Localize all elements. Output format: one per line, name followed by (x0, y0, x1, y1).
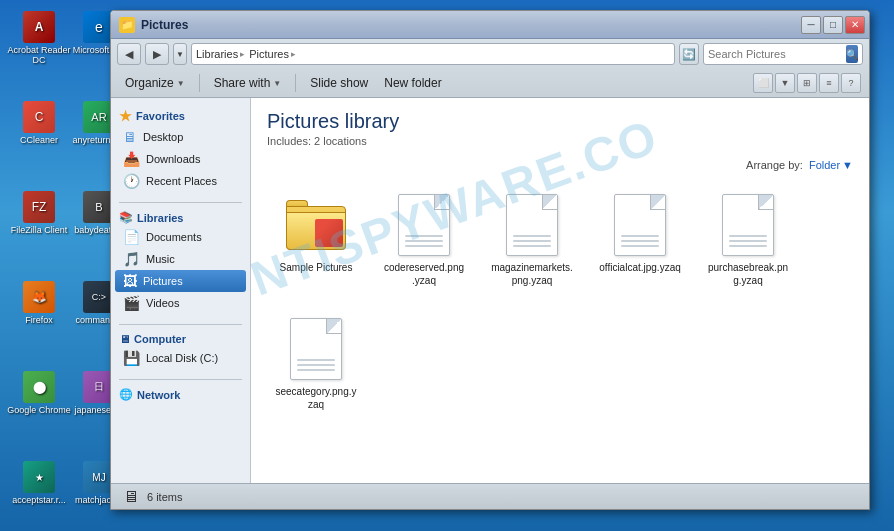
acrobat-icon: A (23, 11, 55, 43)
file-line-7 (621, 235, 659, 237)
sidebar-item-localdisk[interactable]: 💾 Local Disk (C:) (115, 347, 246, 369)
file-thumb-seecategory (284, 317, 348, 381)
file-item-seecategory[interactable]: seecategory.png.yzaq (271, 311, 361, 417)
view-extra-btn[interactable]: ⬜ (753, 73, 773, 93)
pictures-icon: 🖼 (123, 273, 137, 289)
search-icon[interactable]: 🔍 (846, 45, 858, 63)
share-with-menu[interactable]: Share with ▼ (208, 74, 288, 92)
file-line-1 (405, 235, 443, 237)
music-icon: 🎵 (123, 251, 140, 267)
file-item-sample-pictures[interactable]: Sample Pictures (271, 187, 361, 293)
file-line-11 (729, 240, 767, 242)
close-button[interactable]: ✕ (845, 16, 865, 34)
file-name-codereserved: codereserved.png.yzaq (383, 261, 465, 287)
sidebar-item-recent[interactable]: 🕐 Recent Places (115, 170, 246, 192)
file-name-seecategory: seecategory.png.yzaq (275, 385, 357, 411)
folder-thumb-sample-pictures (284, 193, 348, 257)
file-item-purchasebreak[interactable]: purchasebreak.png.yzaq (703, 187, 793, 293)
generic-file-icon-3 (614, 194, 666, 256)
refresh-button[interactable]: 🔄 (679, 43, 699, 65)
downloads-folder-icon: 📥 (123, 151, 140, 167)
desktop: A Acrobat Reader DC e Microsoft E... C C… (0, 0, 120, 510)
file-item-officialcat[interactable]: officialcat.jpg.yzaq (595, 187, 685, 293)
slide-show-button[interactable]: Slide show (304, 74, 374, 92)
file-name-magazinemarkets: magazinemarkets.png.yzaq (491, 261, 573, 287)
view-controls: ⬜ ▼ ⊞ ≡ ? (753, 73, 861, 93)
sidebar: ★ Favorites 🖥 Desktop 📥 Downloads 🕐 Rece… (111, 98, 251, 483)
sidebar-item-desktop[interactable]: 🖥 Desktop (115, 126, 246, 148)
organize-menu[interactable]: Organize ▼ (119, 74, 191, 92)
sidebar-item-music[interactable]: 🎵 Music (115, 248, 246, 270)
generic-file-icon-4 (722, 194, 774, 256)
folder-icon-large (286, 200, 346, 250)
window-title: Pictures (141, 18, 188, 32)
file-line-4 (513, 235, 551, 237)
sidebar-section-libraries: 📚 Libraries 📄 Documents 🎵 Music 🖼 Pictur… (115, 209, 246, 314)
sidebar-item-downloads[interactable]: 📥 Downloads (115, 148, 246, 170)
status-bar: 🖥 6 items (111, 483, 869, 509)
status-computer-icon: 🖥 (123, 488, 139, 506)
view-list-btn[interactable]: ≡ (819, 73, 839, 93)
arrange-by-label: Arrange by: (746, 159, 803, 171)
file-thumb-officialcat (608, 193, 672, 257)
sidebar-section-network: 🌐 Network (115, 386, 246, 403)
sidebar-libraries-header[interactable]: 📚 Libraries (115, 209, 246, 226)
view-medium-btn[interactable]: ⊞ (797, 73, 817, 93)
new-folder-button[interactable]: New folder (378, 74, 447, 92)
breadcrumb-libraries[interactable]: Libraries▸ (196, 48, 247, 60)
file-thumb-codereserved (392, 193, 456, 257)
folder-front (286, 212, 346, 250)
help-btn[interactable]: ? (841, 73, 861, 93)
file-grid: Sample Pictures codereserved.png. (267, 183, 853, 421)
folder-preview-img (315, 219, 343, 247)
filezilla-icon: FZ (23, 191, 55, 223)
title-bar: 📁 Pictures ─ □ ✕ (111, 11, 869, 39)
file-lines-3 (621, 235, 659, 247)
file-lines-4 (729, 235, 767, 247)
file-thumb-magazinemarkets (500, 193, 564, 257)
file-item-codereserved[interactable]: codereserved.png.yzaq (379, 187, 469, 293)
sidebar-computer-header[interactable]: 🖥 Computer (115, 331, 246, 347)
library-icon: 📚 (119, 211, 133, 224)
breadcrumb-pictures[interactable]: Pictures▸ (249, 48, 298, 60)
file-line-8 (621, 240, 659, 242)
back-button[interactable]: ◀ (117, 43, 141, 65)
file-item-magazinemarkets[interactable]: magazinemarkets.png.yzaq (487, 187, 577, 293)
sidebar-favorites-header[interactable]: ★ Favorites (115, 106, 246, 126)
forward-button[interactable]: ▶ (145, 43, 169, 65)
minimize-button[interactable]: ─ (801, 16, 821, 34)
organize-arrow: ▼ (177, 79, 185, 88)
recent-button[interactable]: ▼ (173, 43, 187, 65)
menu-bar: Organize ▼ Share with ▼ Slide show New f… (111, 69, 869, 97)
sidebar-network-header[interactable]: 🌐 Network (115, 386, 246, 403)
file-name-sample-pictures: Sample Pictures (280, 261, 353, 274)
content-area: ★ Favorites 🖥 Desktop 📥 Downloads 🕐 Rece… (111, 98, 869, 483)
generic-file-icon-5 (290, 318, 342, 380)
file-lines-2 (513, 235, 551, 247)
file-lines (405, 235, 443, 247)
search-input[interactable] (708, 48, 846, 60)
sidebar-item-pictures[interactable]: 🖼 Pictures (115, 270, 246, 292)
arrange-dropdown-icon: ▼ (842, 159, 853, 171)
explorer-window: 📁 Pictures ─ □ ✕ ◀ ▶ ▼ Libraries▸ Pictur… (110, 10, 870, 510)
view-dropdown-btn[interactable]: ▼ (775, 73, 795, 93)
library-header: Pictures library Includes: 2 locations (267, 110, 853, 147)
file-line-10 (729, 235, 767, 237)
restore-button[interactable]: □ (823, 16, 843, 34)
generic-file-icon (398, 194, 450, 256)
arrange-bar: Arrange by: Folder ▼ (267, 159, 853, 171)
file-line-6 (513, 245, 551, 247)
documents-icon: 📄 (123, 229, 140, 245)
toolbar-area: ◀ ▶ ▼ Libraries▸ Pictures▸ 🔄 🔍 (111, 39, 869, 98)
sidebar-item-documents[interactable]: 📄 Documents (115, 226, 246, 248)
file-line-9 (621, 245, 659, 247)
star-icon: ★ (119, 108, 132, 124)
sidebar-item-videos[interactable]: 🎬 Videos (115, 292, 246, 314)
file-thumb-purchasebreak (716, 193, 780, 257)
arrange-by-value[interactable]: Folder ▼ (809, 159, 853, 171)
ccleaner-icon: C (23, 101, 55, 133)
address-bar[interactable]: Libraries▸ Pictures▸ (191, 43, 675, 65)
search-bar[interactable]: 🔍 (703, 43, 863, 65)
library-title: Pictures library (267, 110, 853, 133)
sidebar-divider-1 (119, 202, 242, 203)
